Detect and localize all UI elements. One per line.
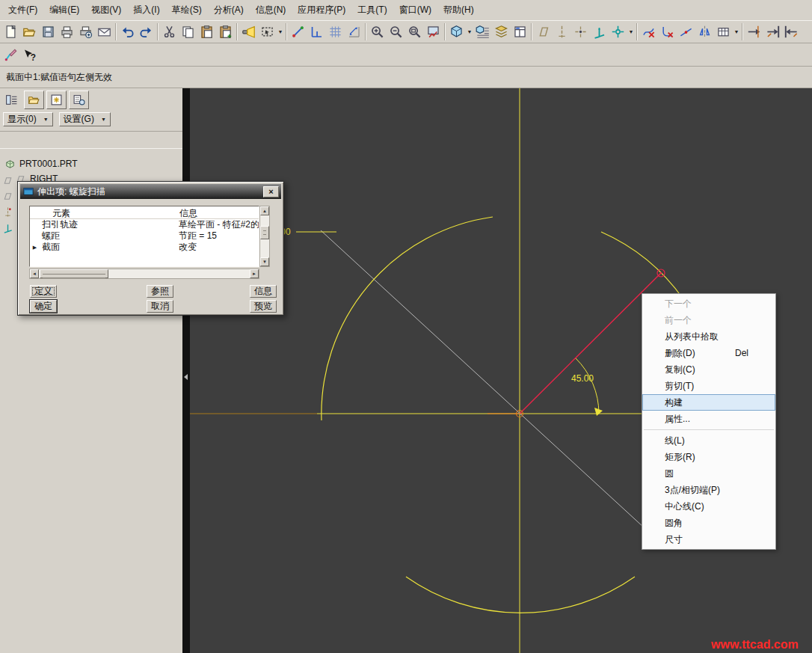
close-icon[interactable]: × — [263, 186, 279, 197]
arc-upper-left[interactable] — [322, 217, 493, 420]
scrollbar-thumb[interactable] — [40, 269, 108, 278]
horizontal-scrollbar[interactable]: ◄ ► — [29, 269, 259, 279]
tree-columns-button[interactable] — [1, 91, 22, 109]
preview-button[interactable]: 预览 — [250, 300, 277, 313]
context-menu-item[interactable]: 圆 — [642, 465, 775, 482]
orient-dropdown-caret[interactable]: ▼ — [466, 29, 473, 34]
scroll-down-icon[interactable]: ▼ — [260, 257, 269, 266]
copy-button[interactable] — [179, 22, 197, 41]
select-box-button[interactable] — [258, 22, 277, 41]
tree-item-part[interactable]: PRT0001.PRT — [0, 156, 182, 171]
spin-center-button[interactable] — [609, 22, 627, 41]
csys-display-button[interactable] — [590, 22, 609, 41]
define-button[interactable]: 定义 — [30, 285, 57, 298]
context-menu-item[interactable]: 中心线(C) — [642, 498, 775, 515]
context-menu-item[interactable]: 复制(C) — [642, 361, 775, 378]
context-menu-item[interactable]: 删除(D) Del — [642, 345, 775, 361]
section-next-button[interactable] — [763, 22, 782, 41]
refit-button[interactable] — [405, 22, 424, 41]
panel-sash[interactable] — [182, 88, 190, 653]
dialog-title-bar[interactable]: 伸出项: 螺旋扫描 × — [20, 184, 281, 199]
tree-settings-button[interactable] — [69, 91, 89, 109]
dim-display-button[interactable] — [345, 22, 363, 41]
construction-line[interactable] — [321, 230, 653, 536]
menu-item[interactable]: 信息(N) — [250, 1, 292, 19]
view-manager-button[interactable] — [511, 22, 529, 41]
vertical-scrollbar[interactable]: ▲ ▼ — [259, 206, 270, 267]
reference-button[interactable]: 参照 — [147, 285, 173, 298]
context-menu-item[interactable]: 尺寸 — [642, 531, 775, 548]
point-display-button[interactable] — [571, 22, 590, 41]
grid-display-button[interactable] — [326, 22, 345, 41]
menu-item[interactable]: 窗口(W) — [393, 1, 437, 19]
redo-button[interactable] — [137, 22, 156, 41]
datum-plane-icon[interactable] — [2, 175, 13, 186]
constraint-display-button[interactable] — [307, 22, 326, 41]
divide-button[interactable] — [677, 22, 695, 41]
print-button[interactable] — [58, 22, 76, 41]
context-menu-item[interactable]: 从列表中拾取 — [642, 328, 775, 345]
corner-trim-button[interactable] — [658, 22, 677, 41]
undo-button[interactable] — [118, 22, 137, 41]
ok-button[interactable]: 确定 — [30, 300, 57, 313]
select-box-dropdown-caret[interactable]: ▼ — [277, 29, 284, 34]
datum-plane-icon[interactable] — [2, 191, 13, 202]
cut-button[interactable] — [160, 22, 179, 41]
section-flip-button[interactable] — [745, 22, 763, 41]
scroll-up-icon[interactable]: ▲ — [260, 206, 269, 215]
modify-dropdown-caret[interactable]: ▼ — [733, 29, 740, 34]
repaint-button[interactable] — [424, 22, 443, 41]
scroll-right-icon[interactable]: ► — [250, 269, 259, 278]
arc-bottom[interactable] — [406, 577, 635, 613]
datum-axis-icon[interactable] — [2, 206, 13, 218]
angle-dimension-text[interactable]: 45.00 — [571, 373, 594, 384]
table-row[interactable]: 螺距 节距 = 15 — [30, 230, 259, 242]
section-prev-button[interactable] — [782, 22, 801, 41]
context-menu-item[interactable]: 前一个 — [642, 312, 775, 328]
menu-item[interactable]: 草绘(S) — [166, 1, 208, 19]
context-help-button[interactable]: ? — [20, 46, 39, 64]
orient-button[interactable] — [447, 22, 466, 41]
arc-upper-right[interactable] — [601, 232, 683, 299]
show-items-button[interactable] — [24, 91, 44, 109]
plane-display-button[interactable] — [534, 22, 553, 41]
table-row[interactable]: 扫引轨迹 草绘平面 - 特征#2的 — [30, 219, 259, 230]
menu-item[interactable]: 文件(F) — [2, 1, 43, 19]
context-menu-item[interactable] — [642, 427, 775, 432]
context-menu-item[interactable]: 矩形(R) — [642, 449, 775, 465]
menu-item[interactable]: 视图(V) — [85, 1, 127, 19]
scroll-left-icon[interactable]: ◄ — [30, 269, 39, 278]
context-menu-item[interactable]: 下一个 — [642, 295, 775, 312]
zoom-out-button[interactable] — [387, 22, 405, 41]
menu-item[interactable]: 分析(A) — [208, 1, 250, 19]
sketcher-mode-button[interactable] — [1, 46, 20, 64]
csys-icon[interactable] — [2, 222, 13, 233]
show-dropdown-button[interactable]: 显示(0) ▼ — [3, 112, 53, 126]
add-column-button[interactable] — [46, 91, 67, 109]
collapse-panel-icon[interactable] — [184, 374, 188, 380]
selected-line[interactable] — [520, 273, 661, 414]
paste-special-button[interactable] — [216, 22, 235, 41]
context-menu-item[interactable]: 3点/相切端(P) — [642, 482, 775, 498]
modify-button[interactable] — [714, 22, 733, 41]
print-setup-button[interactable] — [76, 22, 95, 41]
menu-item[interactable]: 帮助(H) — [437, 1, 480, 19]
angle-dimension-arc[interactable] — [576, 358, 599, 414]
cancel-button[interactable]: 取消 — [147, 300, 173, 313]
delete-segment-button[interactable] — [639, 22, 658, 41]
menu-item[interactable]: 应用程序(P) — [292, 1, 351, 19]
sketch-display-button[interactable] — [289, 22, 307, 41]
open-button[interactable] — [20, 22, 39, 41]
menu-item[interactable]: 编辑(E) — [43, 1, 85, 19]
info-button[interactable]: 信息 — [250, 285, 277, 298]
table-row[interactable]: 截面 改变 — [30, 242, 259, 253]
axis-display-button[interactable] — [553, 22, 571, 41]
menu-item[interactable]: 插入(I) — [127, 1, 165, 19]
context-menu-item[interactable]: 属性... — [642, 411, 775, 427]
mirror-button[interactable] — [695, 22, 714, 41]
context-menu-item[interactable]: 圆角 — [642, 515, 775, 531]
spin-center-dropdown-caret[interactable]: ▼ — [627, 29, 635, 34]
saved-views-button[interactable] — [473, 22, 492, 41]
context-menu-item[interactable]: 线(L) — [642, 432, 775, 449]
paste-button[interactable] — [197, 22, 216, 41]
